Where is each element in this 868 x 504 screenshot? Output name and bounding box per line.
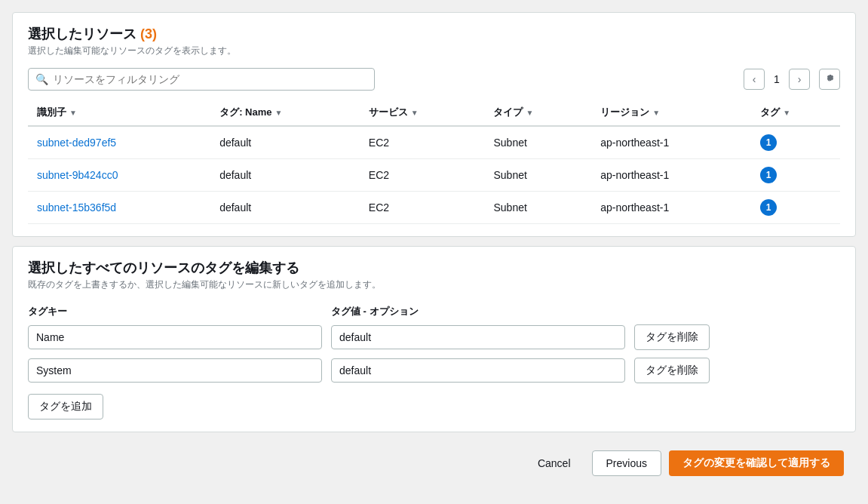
edit-title: 選択したすべてのリソースのタグを編集する bbox=[28, 259, 840, 277]
edit-tags-section: 選択したすべてのリソースのタグを編集する 既存のタグを上書きするか、選択した編集… bbox=[12, 246, 856, 432]
delete-tag-button[interactable]: タグを削除 bbox=[634, 358, 710, 383]
tag-key-input[interactable] bbox=[28, 325, 322, 349]
section-title-text: 選択したリソース bbox=[28, 26, 136, 41]
cancel-button[interactable]: Cancel bbox=[524, 451, 584, 475]
cell-identifier: subnet-9b424cc0 bbox=[28, 159, 210, 192]
gear-icon bbox=[824, 74, 835, 85]
cell-region: ap-northeast-1 bbox=[591, 159, 751, 192]
col-service: サービス ▼ bbox=[360, 100, 485, 126]
table-settings-button[interactable] bbox=[819, 69, 840, 90]
cell-service: EC2 bbox=[360, 159, 485, 192]
search-container: 🔍 bbox=[28, 68, 375, 91]
table-row: subnet-ded97ef5 default EC2 Subnet ap-no… bbox=[28, 126, 840, 159]
sort-icon-identifier[interactable]: ▼ bbox=[69, 109, 77, 117]
cell-tag-name: default bbox=[210, 159, 360, 192]
delete-tag-button[interactable]: タグを削除 bbox=[634, 324, 710, 350]
search-icon: 🔍 bbox=[35, 73, 48, 85]
page-container: 選択したリソース (3) 選択した編集可能なリソースのタグを表示します。 🔍 ‹… bbox=[0, 0, 868, 504]
cell-service: EC2 bbox=[360, 192, 485, 224]
next-page-button[interactable]: › bbox=[789, 69, 810, 90]
col-tags: タグ ▼ bbox=[751, 100, 840, 126]
sort-icon-type[interactable]: ▼ bbox=[526, 109, 533, 117]
tag-count-badge: 1 bbox=[760, 199, 777, 216]
col-type: タイプ ▼ bbox=[484, 100, 591, 126]
table-body: subnet-ded97ef5 default EC2 Subnet ap-no… bbox=[28, 126, 840, 224]
cell-service: EC2 bbox=[360, 126, 485, 159]
search-row: 🔍 ‹ 1 › bbox=[28, 68, 840, 91]
cell-tags: 1 bbox=[751, 192, 840, 224]
pagination-row: ‹ 1 › bbox=[744, 69, 840, 90]
apply-button[interactable]: タグの変更を確認して適用する bbox=[669, 450, 844, 476]
cell-tags: 1 bbox=[751, 126, 840, 159]
add-tag-button[interactable]: タグを追加 bbox=[28, 394, 103, 419]
table-row: subnet-15b36f5d default EC2 Subnet ap-no… bbox=[28, 192, 840, 224]
tag-rows-container: タグを削除 タグを削除 bbox=[28, 324, 840, 383]
resource-link[interactable]: subnet-ded97ef5 bbox=[37, 137, 116, 149]
edit-subtitle: 既存のタグを上書きするか、選択した編集可能なリソースに新しいタグを追加します。 bbox=[28, 278, 840, 291]
cell-tag-name: default bbox=[210, 192, 360, 224]
footer: Cancel Previous タグの変更を確認して適用する bbox=[12, 441, 856, 485]
selected-resources-section: 選択したリソース (3) 選択した編集可能なリソースのタグを表示します。 🔍 ‹… bbox=[12, 12, 856, 237]
resource-link[interactable]: subnet-15b36f5d bbox=[37, 201, 116, 214]
sort-icon-region[interactable]: ▼ bbox=[652, 109, 660, 117]
cell-tags: 1 bbox=[751, 159, 840, 192]
cell-identifier: subnet-15b36f5d bbox=[28, 192, 210, 224]
cell-type: Subnet bbox=[484, 192, 591, 224]
sort-icon-tag-name[interactable]: ▼ bbox=[275, 109, 283, 117]
page-number: 1 bbox=[769, 73, 784, 85]
col-region: リージョン ▼ bbox=[591, 100, 751, 126]
tag-row: タグを削除 bbox=[28, 358, 840, 383]
cell-region: ap-northeast-1 bbox=[591, 192, 751, 224]
cell-type: Subnet bbox=[484, 126, 591, 159]
tag-value-input[interactable] bbox=[331, 358, 625, 383]
cell-region: ap-northeast-1 bbox=[591, 126, 751, 159]
cell-identifier: subnet-ded97ef5 bbox=[28, 126, 210, 159]
table-row: subnet-9b424cc0 default EC2 Subnet ap-no… bbox=[28, 159, 840, 192]
section-title: 選択したリソース (3) bbox=[28, 25, 840, 43]
resource-link[interactable]: subnet-9b424cc0 bbox=[37, 169, 118, 181]
resources-table: 識別子 ▼ タグ: Name ▼ サービス ▼ bbox=[28, 100, 840, 224]
tag-key-header: タグキー bbox=[28, 305, 322, 318]
cell-type: Subnet bbox=[484, 159, 591, 192]
col-identifier: 識別子 ▼ bbox=[28, 100, 210, 126]
section-subtitle: 選択した編集可能なリソースのタグを表示します。 bbox=[28, 45, 840, 57]
table-header-row: 識別子 ▼ タグ: Name ▼ サービス ▼ bbox=[28, 100, 840, 126]
tag-key-input[interactable] bbox=[28, 358, 322, 383]
sort-icon-service[interactable]: ▼ bbox=[411, 109, 419, 117]
tag-row: タグを削除 bbox=[28, 324, 840, 350]
prev-page-button[interactable]: ‹ bbox=[744, 69, 765, 90]
tag-fields-header: タグキー タグ値 - オプション bbox=[28, 305, 840, 318]
tag-count-badge: 1 bbox=[760, 167, 777, 183]
sort-icon-tags[interactable]: ▼ bbox=[783, 109, 790, 117]
col-tag-name: タグ: Name ▼ bbox=[210, 100, 360, 126]
tag-value-header: タグ値 - オプション bbox=[331, 305, 625, 318]
search-input[interactable] bbox=[28, 68, 375, 91]
cell-tag-name: default bbox=[210, 126, 360, 159]
tag-count-badge: 1 bbox=[760, 134, 777, 151]
section-count: (3) bbox=[140, 26, 157, 41]
tag-value-input[interactable] bbox=[331, 325, 625, 349]
previous-button[interactable]: Previous bbox=[592, 450, 661, 476]
